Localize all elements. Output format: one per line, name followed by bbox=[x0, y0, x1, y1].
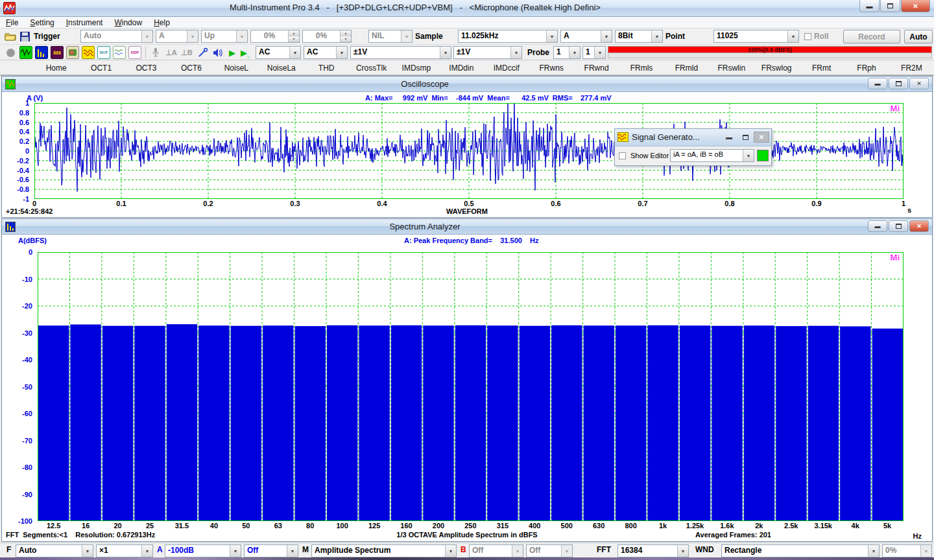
spectrum-analyzer-maximize-button[interactable] bbox=[889, 220, 908, 232]
signal-generator-minimize-button[interactable]: ▬ bbox=[721, 132, 737, 143]
tab-imddin[interactable]: IMDdin bbox=[439, 62, 484, 73]
sampling-rate-select[interactable]: 11.025kHz▼ bbox=[458, 30, 558, 43]
trigger-mode-select[interactable]: Auto▼ bbox=[80, 30, 153, 43]
spectrum-3d-plot-icon[interactable] bbox=[66, 46, 79, 59]
ddp-viewer-icon[interactable]: DDP bbox=[128, 46, 141, 59]
tab-frwns[interactable]: FRwns bbox=[529, 62, 573, 73]
device-test-plan-icon[interactable]: DUT bbox=[97, 46, 110, 59]
window-function-select[interactable]: Rectangle▼ bbox=[721, 544, 880, 557]
tab-imdccif[interactable]: IMDccif bbox=[484, 62, 529, 73]
fft-size-select[interactable]: 16384▼ bbox=[617, 544, 689, 557]
oscilloscope-minimize-button[interactable]: ▬ bbox=[868, 78, 887, 89]
speaker-icon[interactable] bbox=[211, 46, 224, 59]
run-single-icon[interactable]: ▶○ bbox=[239, 46, 252, 59]
sampling-bits-select[interactable]: 8Bit▼ bbox=[615, 30, 663, 43]
coupling-b-select[interactable]: AC▼ bbox=[304, 46, 348, 59]
trigger-delay-stepper[interactable]: 0%▲▼ bbox=[302, 30, 352, 43]
app-maximize-button[interactable] bbox=[880, 0, 900, 12]
open-file-icon[interactable] bbox=[4, 30, 17, 43]
show-editor-checkbox[interactable] bbox=[619, 151, 629, 160]
app-titlebar[interactable]: Multi-Instrument Pro 3.4 - [+3DP+DLG+LCR… bbox=[0, 0, 934, 17]
trigger-frequency-rejection-select[interactable]: NIL▼ bbox=[368, 30, 413, 43]
chevron-down-icon: ▼ bbox=[187, 30, 198, 42]
signal-generator-restore-button[interactable] bbox=[737, 132, 753, 143]
calibration-icon[interactable] bbox=[196, 46, 209, 59]
sampling-channel-select[interactable]: A▼ bbox=[560, 30, 612, 43]
probe-b-select[interactable]: 1▼ bbox=[582, 46, 606, 59]
derived-data-icon[interactable] bbox=[113, 46, 126, 59]
oscilloscope-titlebar[interactable]: Oscilloscope ▬ ✕ bbox=[2, 76, 932, 92]
record-button[interactable]: Record bbox=[843, 30, 900, 43]
app-minimize-button[interactable]: ▬ bbox=[859, 0, 880, 12]
menu-setting[interactable]: Setting bbox=[24, 17, 60, 29]
osc-x-tick: 0.9 bbox=[811, 200, 821, 207]
coupling-a-select[interactable]: AC▼ bbox=[256, 46, 301, 59]
auto-button[interactable]: Auto bbox=[904, 30, 933, 43]
app-close-button[interactable]: ✕ bbox=[901, 0, 930, 12]
tab-crosstlk[interactable]: CrossTlk bbox=[349, 62, 394, 73]
menu-file[interactable]: File bbox=[0, 17, 24, 29]
channel-a-range-select[interactable]: -100dB▼ bbox=[165, 544, 241, 557]
spectrum-analyzer-icon[interactable] bbox=[35, 46, 48, 59]
tab-imdsmp[interactable]: IMDsmp bbox=[394, 62, 438, 73]
oscilloscope-close-button[interactable]: ✕ bbox=[909, 78, 929, 89]
osc-y-tick: 0.4 bbox=[3, 128, 29, 135]
range-a-select[interactable]: ±1V▼ bbox=[350, 46, 451, 59]
tab-frswlin[interactable]: FRswlin bbox=[709, 62, 754, 73]
tab-oct6[interactable]: OCT6 bbox=[169, 62, 213, 73]
tab-frwnd[interactable]: FRwnd bbox=[574, 62, 619, 73]
record-length-select[interactable]: 11025▼ bbox=[713, 30, 799, 43]
spectrum-x-tick: 4k bbox=[839, 522, 871, 530]
spectrum-footer-center: 1/3 OCTAVE Amplitude Spectrum in dBFS bbox=[396, 531, 537, 539]
signal-generator-run-button[interactable] bbox=[757, 150, 769, 161]
signal-routing-select[interactable]: iA = oA, iB = oB▼ bbox=[670, 149, 754, 162]
spinner-arrows-icon[interactable]: ▲▼ bbox=[340, 30, 351, 42]
analysis-mode-select[interactable]: Amplitude Spectrum▼ bbox=[311, 544, 457, 557]
tab-frph[interactable]: FRph bbox=[844, 62, 889, 73]
tab-noisela[interactable]: NoiseLa bbox=[259, 62, 304, 73]
tab-frmld[interactable]: FRmld bbox=[664, 62, 709, 73]
spinner-arrows-icon[interactable]: ▲▼ bbox=[288, 30, 299, 42]
menu-window[interactable]: Window bbox=[108, 17, 148, 29]
spectrum-analyzer-close-button[interactable]: ✕ bbox=[909, 220, 929, 232]
oscilloscope-icon[interactable] bbox=[19, 46, 32, 59]
save-icon[interactable] bbox=[18, 30, 31, 43]
menu-instrument[interactable]: Instrument bbox=[60, 17, 109, 29]
channel-b-range-select[interactable]: Off▼ bbox=[469, 544, 523, 557]
multimeter-icon[interactable]: 888 bbox=[51, 46, 64, 59]
tab-fr2m[interactable]: FR2M bbox=[889, 62, 934, 73]
tab-oct3[interactable]: OCT3 bbox=[124, 62, 169, 73]
tab-frswlog[interactable]: FRswlog bbox=[754, 62, 799, 73]
oscilloscope-maximize-button[interactable] bbox=[889, 78, 908, 89]
spectrum-analyzer-minimize-button[interactable]: ▬ bbox=[868, 220, 887, 232]
run-icon[interactable]: ▶ bbox=[226, 46, 239, 59]
tab-oct1[interactable]: OCT1 bbox=[78, 62, 123, 73]
signal-generator-icon[interactable] bbox=[82, 46, 95, 59]
tab-thd[interactable]: THD bbox=[304, 62, 348, 73]
toolbar-instruments: 888 DUT DDP ⊥A ⊥B ▶ ▶○ AC▼ AC▼ ±1V▼ ±1V▼… bbox=[0, 45, 934, 60]
microphone-icon[interactable] bbox=[149, 46, 162, 59]
range-b-select[interactable]: ±1V▼ bbox=[453, 46, 522, 59]
tab-home[interactable]: Home bbox=[34, 62, 78, 73]
trigger-source-select[interactable]: A▼ bbox=[156, 30, 198, 43]
frequency-zoom-select[interactable]: ×1▼ bbox=[96, 544, 153, 557]
signal-generator-titlebar[interactable]: Signal Generato... ▬ ✕ bbox=[615, 129, 771, 146]
frequency-axis-select[interactable]: Auto▼ bbox=[16, 544, 93, 557]
tab-noisel[interactable]: NoiseL bbox=[214, 62, 259, 73]
probe-a-select[interactable]: 1▼ bbox=[553, 46, 581, 59]
menu-help[interactable]: Help bbox=[148, 17, 176, 29]
zero-reference-b-icon[interactable]: ⊥B bbox=[180, 46, 193, 59]
channel-a-compare-select[interactable]: Off▼ bbox=[244, 544, 298, 557]
channel-b-compare-select[interactable]: Off▼ bbox=[526, 544, 573, 557]
spectrum-analyzer-titlebar[interactable]: Spectrum Analyzer ▬ ✕ bbox=[2, 219, 932, 235]
signal-generator-close-button[interactable]: ✕ bbox=[754, 132, 769, 143]
overlap-select[interactable]: 0%▼ bbox=[882, 544, 932, 557]
roll-checkbox[interactable]: Roll bbox=[804, 32, 829, 41]
spectrum-bar bbox=[423, 325, 453, 521]
tab-frmt[interactable]: FRmt bbox=[799, 62, 844, 73]
trigger-level-stepper[interactable]: 0%▲▼ bbox=[250, 30, 300, 43]
tab-frmls[interactable]: FRmls bbox=[619, 62, 664, 73]
trigger-edge-select[interactable]: Up▼ bbox=[201, 30, 248, 43]
spectrum-bar bbox=[680, 325, 710, 521]
zero-reference-a-icon[interactable]: ⊥A bbox=[165, 46, 178, 59]
